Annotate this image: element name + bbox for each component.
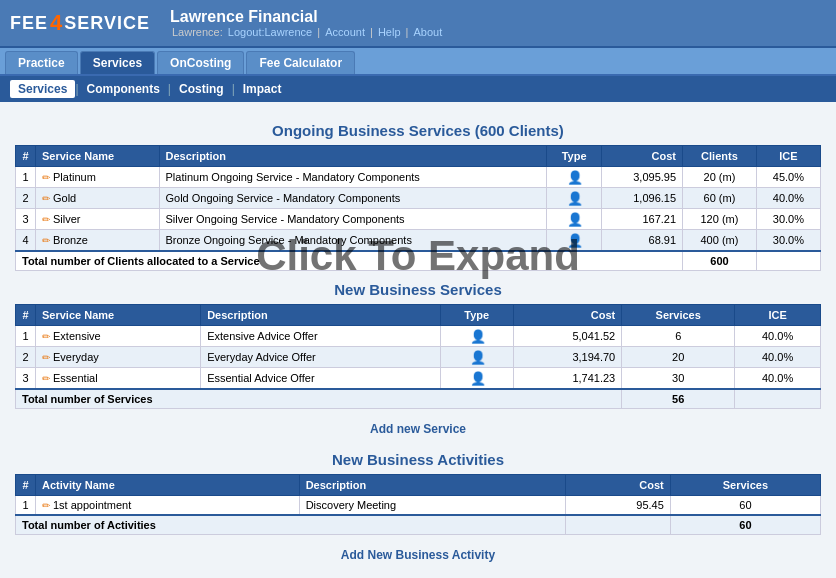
type-icon: 👤	[567, 212, 581, 226]
total-row: Total number of Clients allocated to a S…	[16, 251, 821, 271]
col-ice: ICE	[735, 305, 821, 326]
col-description: Description	[159, 146, 547, 167]
nav-bar: Practice Services OnCosting Fee Calculat…	[0, 48, 836, 76]
col-description: Description	[201, 305, 440, 326]
logout-link[interactable]: Logout:Lawrence	[228, 26, 312, 38]
col-clients: Clients	[683, 146, 757, 167]
sub-nav-components[interactable]: Components	[79, 80, 168, 98]
total-row: Total number of Services 56	[16, 389, 821, 409]
edit-icon[interactable]: ✏	[42, 172, 50, 183]
ongoing-services-section: Ongoing Business Services (600 Clients) …	[15, 122, 821, 271]
table-row: 2 ✏Everyday Everyday Advice Offer 👤 3,19…	[16, 347, 821, 368]
edit-icon[interactable]: ✏	[42, 500, 50, 511]
new-business-activities-table: # Activity Name Description Cost Service…	[15, 474, 821, 535]
table-row: 1 ✏Extensive Extensive Advice Offer 👤 5,…	[16, 326, 821, 347]
sep1: |	[317, 26, 323, 38]
content: Click To Expand Ongoing Business Service…	[0, 102, 836, 578]
nav-tab-practice[interactable]: Practice	[5, 51, 78, 74]
sub-nav-costing[interactable]: Costing	[171, 80, 232, 98]
table-row: 3 ✏Essential Essential Advice Offer 👤 1,…	[16, 368, 821, 390]
type-icon: 👤	[567, 170, 581, 184]
about-link[interactable]: About	[414, 26, 443, 38]
col-type: Type	[440, 305, 513, 326]
edit-icon[interactable]: ✏	[42, 214, 50, 225]
account-link[interactable]: Account	[325, 26, 365, 38]
company-name: Lawrence Financial	[170, 8, 442, 26]
type-icon: 👤	[567, 233, 581, 247]
nav-tab-fee-calculator[interactable]: Fee Calculator	[246, 51, 355, 74]
new-business-activities-section: New Business Activities # Activity Name …	[15, 451, 821, 567]
nav-tab-oncosting[interactable]: OnCosting	[157, 51, 244, 74]
col-cost: Cost	[566, 475, 670, 496]
col-services: Services	[622, 305, 735, 326]
header: FEE 4 SERVICE Lawrence Financial Lawrenc…	[0, 0, 836, 48]
ongoing-services-table: # Service Name Description Type Cost Cli…	[15, 145, 821, 271]
type-icon: 👤	[470, 371, 484, 385]
edit-icon[interactable]: ✏	[42, 193, 50, 204]
col-description: Description	[299, 475, 566, 496]
logo-fee: FEE	[10, 13, 48, 34]
help-link[interactable]: Help	[378, 26, 401, 38]
edit-icon[interactable]: ✏	[42, 235, 50, 246]
ongoing-services-title: Ongoing Business Services (600 Clients)	[15, 122, 821, 139]
edit-icon[interactable]: ✏	[42, 373, 50, 384]
type-icon: 👤	[470, 350, 484, 364]
add-service-link[interactable]: Add new Service	[15, 417, 821, 441]
type-icon: 👤	[567, 191, 581, 205]
new-business-services-section: New Business Services # Service Name Des…	[15, 281, 821, 441]
sub-nav-impact[interactable]: Impact	[235, 80, 290, 98]
col-cost: Cost	[513, 305, 621, 326]
col-services: Services	[670, 475, 820, 496]
logo-service: SERVICE	[64, 13, 150, 34]
col-num: #	[16, 475, 36, 496]
sub-nav: Services | Components | Costing | Impact	[0, 76, 836, 102]
new-business-services-table: # Service Name Description Type Cost Ser…	[15, 304, 821, 409]
sep2: |	[370, 26, 376, 38]
add-activity-link[interactable]: Add New Business Activity	[15, 543, 821, 567]
col-num: #	[16, 146, 36, 167]
col-activity-name: Activity Name	[36, 475, 300, 496]
col-ice: ICE	[756, 146, 820, 167]
edit-icon[interactable]: ✏	[42, 331, 50, 342]
logo: FEE 4 SERVICE	[10, 10, 150, 36]
header-info: Lawrence Financial Lawrence: Logout:Lawr…	[170, 8, 442, 38]
user-label: Lawrence:	[172, 26, 223, 38]
table-row: 4 ✏Bronze Bronze Ongoing Service - Manda…	[16, 230, 821, 252]
col-service-name: Service Name	[36, 146, 160, 167]
col-num: #	[16, 305, 36, 326]
sep3: |	[406, 26, 412, 38]
header-links: Lawrence: Logout:Lawrence | Account | He…	[170, 26, 442, 38]
sub-nav-services[interactable]: Services	[10, 80, 75, 98]
table-row: 1 ✏Platinum Platinum Ongoing Service - M…	[16, 167, 821, 188]
new-business-activities-title: New Business Activities	[15, 451, 821, 468]
table-row: 3 ✏Silver Silver Ongoing Service - Manda…	[16, 209, 821, 230]
type-icon: 👤	[470, 329, 484, 343]
col-service-name: Service Name	[36, 305, 201, 326]
nav-tab-services[interactable]: Services	[80, 51, 155, 74]
col-cost: Cost	[602, 146, 683, 167]
table-row: 2 ✏Gold Gold Ongoing Service - Mandatory…	[16, 188, 821, 209]
col-type: Type	[547, 146, 602, 167]
edit-icon[interactable]: ✏	[42, 352, 50, 363]
new-business-services-title: New Business Services	[15, 281, 821, 298]
total-row: Total number of Activities 60	[16, 515, 821, 535]
logo-4: 4	[50, 10, 62, 36]
table-row: 1 ✏1st appointment Discovery Meeting 95.…	[16, 496, 821, 516]
